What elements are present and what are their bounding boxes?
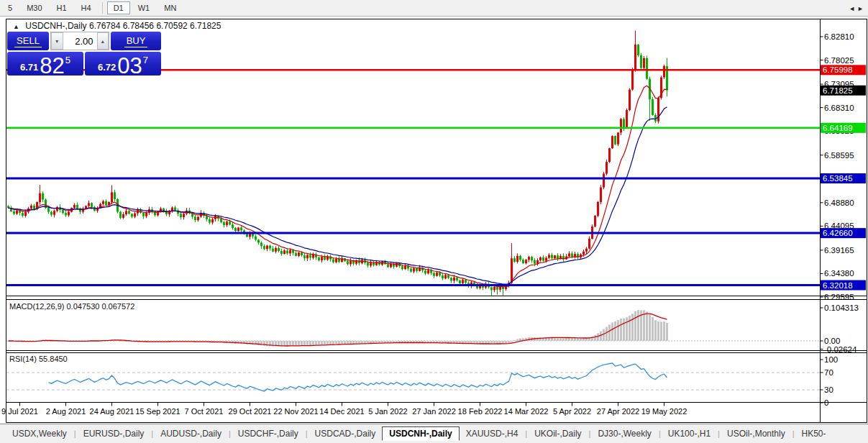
svg-text:6.82810: 6.82810	[824, 32, 854, 41]
ohlc-values: 6.76784 6.78456 6.70592 6.71825	[89, 21, 221, 31]
chart-tab-usdcad-daily[interactable]: USDCAD-,Daily	[309, 426, 383, 441]
svg-text:0.104313: 0.104313	[824, 303, 859, 312]
svg-text:6.39165: 6.39165	[824, 246, 854, 255]
chart-tab-usoil-monthly[interactable]: USOil-,Monthly	[721, 426, 792, 441]
tab-separator: |	[525, 429, 527, 438]
chart-tab-usdchf-daily[interactable]: USDCHF-,Daily	[232, 426, 305, 441]
sell-price-point: 5	[65, 55, 70, 65]
timeframe-button-5[interactable]: 5	[1, 1, 19, 14]
tab-scroll-right-icon[interactable]: ►	[857, 5, 866, 12]
svg-text:15 Sep 2021: 15 Sep 2021	[135, 407, 180, 416]
svg-text:100: 100	[824, 355, 838, 364]
svg-text:29 Oct 2021: 29 Oct 2021	[229, 407, 272, 416]
svg-text:6.58595: 6.58595	[824, 151, 854, 160]
svg-text:6.34380: 6.34380	[824, 269, 854, 278]
sell-price-button[interactable]: 6.71 82 5	[7, 52, 83, 76]
tab-separator: |	[792, 429, 795, 438]
svg-text:2 Aug 2021: 2 Aug 2021	[46, 407, 86, 416]
macd-indicator-label: MACD(12,26,9) 0.047530 0.067572	[9, 302, 134, 311]
symbol-period-label: USDCNH-,Daily	[25, 21, 86, 31]
svg-text:27 Apr 2022: 27 Apr 2022	[597, 407, 639, 416]
svg-text:22 Nov 2021: 22 Nov 2021	[273, 407, 318, 416]
buy-price-prefix: 6.72	[98, 62, 116, 73]
buy-button[interactable]: BUY	[111, 32, 161, 50]
tab-separator: |	[659, 429, 661, 438]
svg-text:6.32018: 6.32018	[823, 281, 853, 290]
svg-text:18 Feb 2022: 18 Feb 2022	[458, 407, 503, 416]
svg-text:0: 0	[824, 398, 828, 407]
timeframe-button-m30[interactable]: M30	[20, 1, 48, 14]
chart-tab-usdx-weekly[interactable]: USDX,Weekly	[6, 426, 73, 441]
svg-text:6.29595: 6.29595	[824, 293, 854, 301]
tab-separator: |	[229, 429, 231, 438]
tab-separator: |	[306, 429, 308, 438]
sell-price-prefix: 6.71	[20, 62, 38, 73]
tab-separator: |	[718, 429, 720, 438]
tab-scroll-left-icon[interactable]: ◄	[849, 5, 857, 12]
symbol-tab-bar: USDX,Weekly|EURUSD-,Daily|AUDUSD-,Daily|…	[0, 424, 868, 443]
tab-separator: |	[151, 429, 153, 438]
svg-text:-0.02624: -0.02624	[824, 345, 857, 354]
chart-tab-xauusd-h4[interactable]: XAUUSD-,H4	[460, 426, 525, 441]
svg-text:6.71825: 6.71825	[823, 86, 853, 95]
macd-pane-layer	[6, 310, 821, 346]
chevron-down-icon: ▼	[55, 39, 60, 44]
chart-tab-ukoil-daily[interactable]: UKOil-,Daily	[528, 426, 588, 441]
svg-text:0.00: 0.00	[824, 337, 840, 345]
sell-button-label: SELL	[14, 35, 42, 47]
sell-price-pips: 82	[40, 56, 64, 76]
rsi-pane-layer	[6, 363, 821, 391]
svg-text:5 Jan 2022: 5 Jan 2022	[368, 407, 407, 416]
pane-borders	[6, 19, 867, 423]
timeframe-button-w1[interactable]: W1	[132, 1, 157, 14]
svg-text:24 Aug 2021: 24 Aug 2021	[90, 407, 134, 416]
timeframe-button-h1[interactable]: H1	[50, 1, 73, 14]
chart-tab-uk100-h1[interactable]: UK100-,H1	[662, 426, 717, 441]
tab-separator: |	[74, 429, 76, 438]
horizontal-lines-layer[interactable]	[6, 70, 821, 285]
svg-text:6.64169: 6.64169	[823, 124, 853, 132]
svg-text:7 Oct 2021: 7 Oct 2021	[185, 407, 224, 416]
volume-decrease-button[interactable]: ▼	[51, 32, 63, 50]
buy-price-pips: 03	[117, 56, 142, 76]
timeframe-toolbar: 5M30H1H4D1W1MN	[0, 0, 868, 17]
indicator-axis-labels: 0.1043130.00-0.0262410070300	[821, 303, 859, 407]
one-click-panel-toggle-icon[interactable]: ▲	[13, 23, 19, 30]
buy-button-label: BUY	[124, 35, 148, 47]
chart-title: ▲ USDCNH-,Daily 6.76784 6.78456 6.70592 …	[13, 21, 221, 31]
chart-tab-dj30-weekly[interactable]: DJ30-,Weekly	[591, 426, 657, 441]
volume-increase-button[interactable]: ▲	[97, 32, 109, 50]
moving-averages-layer	[9, 86, 667, 287]
toolbar-separator	[102, 2, 103, 14]
svg-text:9 Jul 2021: 9 Jul 2021	[1, 407, 38, 416]
volume-input[interactable]	[63, 32, 97, 50]
chevron-up-icon: ▲	[100, 39, 105, 44]
buy-price-button[interactable]: 6.72 03 7	[85, 52, 161, 76]
svg-text:70: 70	[824, 368, 833, 377]
timeframe-button-mn[interactable]: MN	[157, 1, 183, 14]
buy-price-point: 7	[143, 55, 148, 65]
chart-tab-audusd-daily[interactable]: AUDUSD-,Daily	[154, 426, 228, 441]
svg-text:6.75998: 6.75998	[823, 65, 853, 74]
date-axis-labels: 9 Jul 20212 Aug 202124 Aug 202115 Sep 20…	[1, 403, 687, 416]
svg-text:6.53845: 6.53845	[823, 174, 853, 183]
tab-separator: |	[589, 429, 591, 438]
chart-tab-hk50-[interactable]: HK50-	[795, 426, 833, 441]
svg-text:6.68310: 6.68310	[824, 104, 854, 112]
svg-text:6.42660: 6.42660	[823, 229, 853, 237]
svg-text:14 Dec 2021: 14 Dec 2021	[319, 407, 364, 416]
svg-text:27 Jan 2022: 27 Jan 2022	[412, 407, 456, 416]
svg-text:5 Apr 2022: 5 Apr 2022	[553, 407, 591, 416]
svg-text:30: 30	[824, 385, 833, 394]
chart-tab-usdcnh-daily[interactable]: USDCNH-,Daily	[382, 426, 459, 441]
timeframe-button-d1[interactable]: D1	[107, 1, 130, 14]
svg-text:6.78025: 6.78025	[824, 56, 854, 65]
timeframe-button-h4[interactable]: H4	[75, 1, 98, 14]
tab-scroll-arrows: ◄►	[849, 5, 866, 12]
sell-button[interactable]: SELL	[7, 32, 49, 50]
svg-text:6.48880: 6.48880	[824, 198, 854, 207]
svg-text:19 May 2022: 19 May 2022	[641, 407, 687, 416]
volume-stepper: ▼ ▲	[50, 32, 109, 50]
price-axis-labels: 6.828106.780256.730956.683106.635256.585…	[821, 32, 867, 301]
chart-tab-eurusd-daily[interactable]: EURUSD-,Daily	[77, 426, 151, 441]
